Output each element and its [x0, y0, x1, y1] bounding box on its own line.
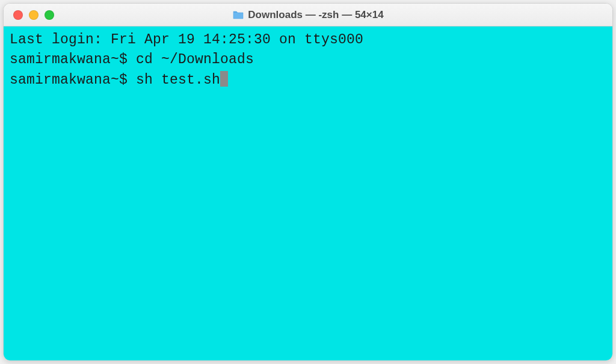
terminal-prompt: samirmakwana~$: [10, 52, 136, 67]
terminal-line: samirmakwana~$ sh test.sh: [10, 70, 606, 90]
terminal-cursor: [220, 71, 228, 87]
traffic-lights: [4, 10, 54, 20]
terminal-command: cd ~/Downloads: [136, 52, 254, 67]
terminal-body[interactable]: Last login: Fri Apr 19 14:25:30 on ttys0…: [4, 26, 612, 360]
terminal-window: Downloads — -zsh — 54×14 Last login: Fri…: [3, 3, 613, 361]
window-title-container: Downloads — -zsh — 54×14: [4, 9, 612, 21]
terminal-command: sh test.sh: [136, 72, 220, 88]
terminal-line: samirmakwana~$ cd ~/Downloads: [10, 50, 606, 70]
terminal-last-login: Last login: Fri Apr 19 14:25:30 on ttys0…: [10, 30, 606, 50]
close-button[interactable]: [13, 10, 23, 20]
window-title: Downloads — -zsh — 54×14: [248, 9, 383, 21]
zoom-button[interactable]: [45, 10, 54, 20]
window-titlebar[interactable]: Downloads — -zsh — 54×14: [4, 4, 612, 26]
minimize-button[interactable]: [29, 10, 38, 20]
folder-icon: [232, 10, 244, 20]
terminal-prompt: samirmakwana~$: [10, 72, 136, 88]
